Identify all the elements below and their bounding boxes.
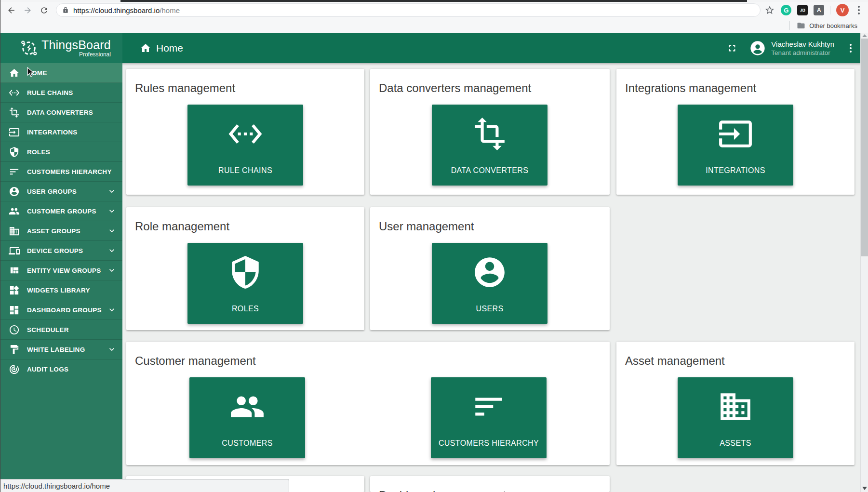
card-customer-management: Customer management CUSTOMERS CUSTOMERS … xyxy=(126,342,610,465)
card-title: User management xyxy=(379,220,610,233)
roles-tile[interactable]: ROLES xyxy=(187,243,303,324)
widgets-icon xyxy=(9,285,20,296)
customers-hierarchy-tile[interactable]: CUSTOMERS HIERARCHY xyxy=(431,377,547,458)
card-title: Integrations management xyxy=(625,81,855,95)
kebab-icon xyxy=(850,43,852,53)
page-scrollbar[interactable] xyxy=(860,33,868,492)
shield-icon xyxy=(227,254,263,290)
chevron-down-icon xyxy=(107,246,117,255)
mouse-cursor xyxy=(27,67,36,78)
sidebar-item-white-labeling[interactable]: WHITE LABELING xyxy=(0,340,122,359)
grammarly-extension-icon[interactable]: G xyxy=(781,5,791,15)
sidebar-item-home[interactable]: HOME xyxy=(0,63,122,83)
sidebar-item-roles[interactable]: ROLES xyxy=(0,142,122,162)
card-role-management: Role management ROLES xyxy=(126,207,364,330)
logo-text: ThingsBoard Professional xyxy=(41,39,111,58)
sidebar-item-label: CUSTOMER GROUPS xyxy=(27,208,96,215)
card-title: Role management xyxy=(135,220,364,233)
sidebar-item-label: USER GROUPS xyxy=(27,188,77,195)
folder-icon xyxy=(797,21,805,30)
chevron-down-icon xyxy=(107,186,117,196)
url-host: https://cloud.thingsboard.io xyxy=(73,6,160,14)
jetbrains-extension-icon[interactable]: JB xyxy=(797,5,808,15)
url-path: /home xyxy=(160,6,180,14)
person-circle-icon xyxy=(472,254,507,290)
app-header: ThingsBoard Professional Home Viacheslav… xyxy=(0,33,868,63)
browser-profile-avatar[interactable]: V xyxy=(836,4,849,16)
people-icon xyxy=(229,389,265,425)
card-title: Customer management xyxy=(135,354,610,368)
roles-icon xyxy=(9,146,20,158)
bookmark-star-icon[interactable] xyxy=(764,5,775,15)
tile-label: DATA CONVERTERS xyxy=(432,166,548,175)
lock-icon xyxy=(62,7,69,13)
browser-menu-button[interactable] xyxy=(855,6,863,14)
user-avatar[interactable] xyxy=(750,40,765,56)
user-info[interactable]: Viacheslav Kukhtyn Tenant administrator xyxy=(771,40,834,57)
user-icon xyxy=(9,186,20,197)
card-title: Data converters management xyxy=(379,81,610,95)
home-icon xyxy=(140,42,151,54)
sidebar-item-dashboard-groups[interactable]: DASHBOARD GROUPS xyxy=(0,300,122,320)
sidebar-item-rule-chains[interactable]: RULE CHAINS xyxy=(0,83,122,103)
integrations-icon xyxy=(718,116,753,152)
assets-tile[interactable]: ASSETS xyxy=(678,377,793,458)
breadcrumb-label: Home xyxy=(156,42,183,54)
fullscreen-icon[interactable] xyxy=(727,43,737,53)
sidebar-item-asset-groups[interactable]: ASSET GROUPS xyxy=(0,221,122,241)
thingsboard-logo[interactable]: ThingsBoard Professional xyxy=(0,33,122,63)
sidebar-item-integrations[interactable]: INTEGRATIONS xyxy=(0,122,122,142)
sidebar-item-entity-view-groups[interactable]: ENTITY VIEW GROUPS xyxy=(0,261,122,280)
users-tile[interactable]: USERS xyxy=(432,243,548,324)
integrations-tile[interactable]: INTEGRATIONS xyxy=(678,105,793,186)
address-bar[interactable]: https://cloud.thingsboard.io/home xyxy=(56,3,761,17)
url-text: https://cloud.thingsboard.io/home xyxy=(73,6,180,14)
header-menu-button[interactable] xyxy=(846,43,855,53)
white-labeling-icon xyxy=(9,344,20,355)
sidebar-item-widgets-library[interactable]: WIDGETS LIBRARY xyxy=(0,280,122,300)
a-extension-icon[interactable]: A xyxy=(814,5,824,15)
sidebar-item-scheduler[interactable]: SCHEDULER xyxy=(0,320,122,340)
logo-title: ThingsBoard xyxy=(41,39,111,51)
chevron-down-icon xyxy=(107,206,117,216)
sidebar-item-device-groups[interactable]: DEVICE GROUPS xyxy=(0,241,122,261)
status-url-text: https://cloud.thingsboard.io/home xyxy=(3,482,110,490)
building-icon xyxy=(718,389,753,425)
data-converters-tile[interactable]: DATA CONVERTERS xyxy=(432,105,548,186)
reload-icon xyxy=(40,6,49,15)
logo-subtitle: Professional xyxy=(79,51,111,58)
sidebar-item-data-converters[interactable]: DATA CONVERTERS xyxy=(0,103,122,122)
thingsboard-logo-icon xyxy=(19,39,39,58)
card-user-management: User management USERS xyxy=(370,207,610,330)
scrollbar-thumb[interactable] xyxy=(861,39,868,256)
back-button[interactable] xyxy=(5,4,17,16)
assets-icon xyxy=(9,226,20,237)
hierarchy-icon xyxy=(471,389,507,425)
tile-label: CUSTOMERS xyxy=(189,439,305,448)
scheduler-icon xyxy=(9,324,20,335)
breadcrumb[interactable]: Home xyxy=(140,42,183,54)
reload-button[interactable] xyxy=(38,4,50,16)
home-icon xyxy=(9,67,20,79)
sidebar-item-customers-hierarchy[interactable]: CUSTOMERS HIERARCHY xyxy=(0,162,122,182)
back-arrow-icon xyxy=(7,6,16,15)
sidebar-item-label: DATA CONVERTERS xyxy=(27,109,93,116)
tile-label: ASSETS xyxy=(678,439,793,448)
sidebar-item-label: INTEGRATIONS xyxy=(27,129,78,136)
kebab-icon xyxy=(858,5,860,15)
card-asset-management: Asset management ASSETS xyxy=(616,342,855,465)
card-title: Dashboard management xyxy=(379,489,610,492)
customers-tile[interactable]: CUSTOMERS xyxy=(189,377,305,458)
other-bookmarks[interactable]: Other bookmarks xyxy=(809,22,857,29)
sidebar-item-audit-logs[interactable]: AUDIT LOGS xyxy=(0,359,122,379)
rule-chains-tile[interactable]: RULE CHAINS xyxy=(187,105,303,186)
card-data-converters-management: Data converters management DATA CONVERTE… xyxy=(370,69,610,195)
scrollbar-down-arrow[interactable] xyxy=(862,487,867,490)
forward-button[interactable] xyxy=(21,4,34,16)
scrollbar-up-arrow[interactable] xyxy=(862,34,867,37)
sidebar-item-label: CUSTOMERS HIERARCHY xyxy=(27,168,112,175)
sidebar-item-customer-groups[interactable]: CUSTOMER GROUPS xyxy=(0,201,122,221)
toolbar-divider xyxy=(830,6,830,14)
sidebar-item-user-groups[interactable]: USER GROUPS xyxy=(0,182,122,201)
sidebar-item-label: ROLES xyxy=(27,148,50,156)
